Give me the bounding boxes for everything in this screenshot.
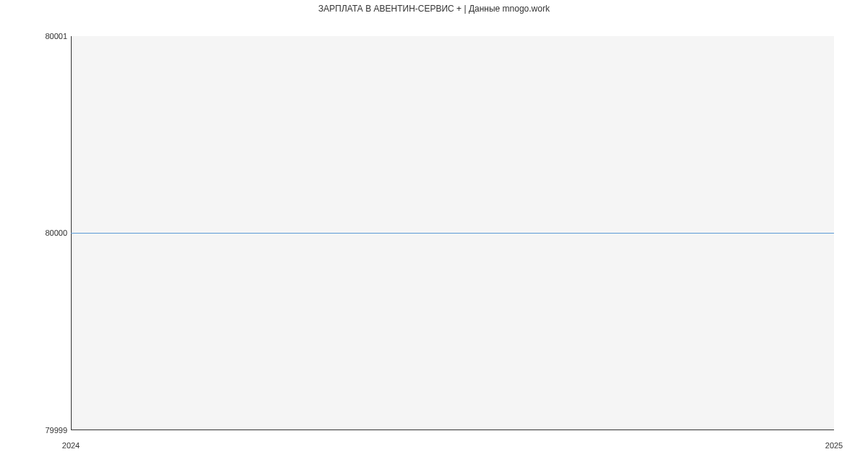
y-tick-label: 80000 bbox=[45, 228, 67, 237]
chart-title: ЗАРПЛАТА В АВЕНТИН-СЕРВИС + | Данные mno… bbox=[0, 4, 868, 14]
x-tick-label: 2025 bbox=[825, 441, 843, 450]
y-tick-label: 80001 bbox=[45, 32, 67, 40]
data-line bbox=[71, 233, 834, 234]
x-tick-label: 2024 bbox=[62, 441, 80, 450]
chart-container: ЗАРПЛАТА В АВЕНТИН-СЕРВИС + | Данные mno… bbox=[0, 0, 868, 470]
y-tick-label: 79999 bbox=[45, 426, 67, 435]
